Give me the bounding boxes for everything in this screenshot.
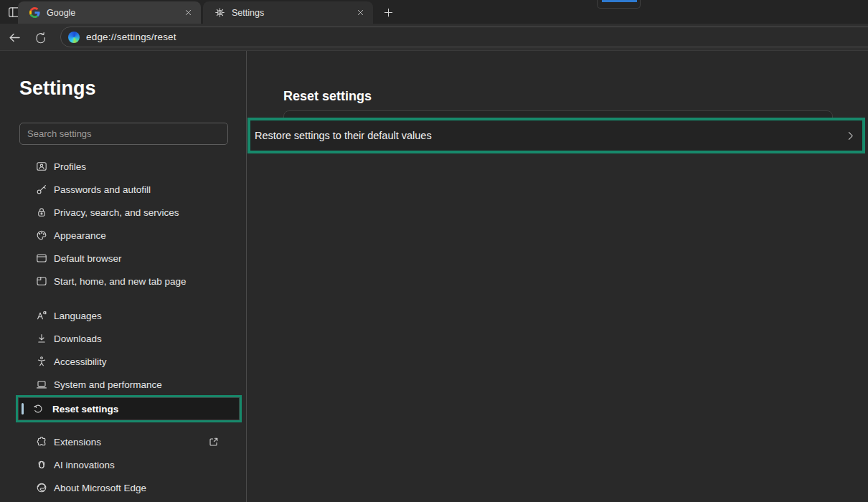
sidebar-item-downloads[interactable]: Downloads	[19, 327, 230, 350]
tab-strip: Google Settings	[0, 0, 868, 24]
gear-icon	[214, 7, 225, 19]
sidebar-item-privacy[interactable]: Privacy, search, and services	[19, 201, 230, 224]
address-bar[interactable]: edge://settings/reset	[60, 27, 868, 47]
restore-settings-row[interactable]: Restore settings to their default values	[250, 120, 862, 151]
sidebar-item-default-browser[interactable]: Default browser	[19, 247, 230, 270]
chevron-right-icon	[845, 131, 856, 141]
back-arrow-icon	[8, 31, 22, 44]
lock-icon	[36, 207, 47, 218]
sidebar-item-start-home-newtab[interactable]: Start, home, and new tab page	[19, 270, 230, 293]
refresh-button[interactable]	[32, 29, 48, 45]
tab-close-button[interactable]	[354, 6, 367, 19]
sidebar-item-ai-innovations[interactable]: AI innovations	[19, 453, 230, 476]
section-heading: Reset settings	[283, 89, 372, 104]
restore-settings-label: Restore settings to their default values	[255, 130, 432, 141]
palette-icon	[36, 229, 47, 241]
sidebar-item-label: Default browser	[54, 253, 122, 264]
sidebar-item-label: AI innovations	[54, 460, 115, 470]
sidebar-item-label: Appearance	[54, 230, 106, 241]
sidebar-item-label: Privacy, search, and services	[54, 207, 179, 218]
laptop-icon	[36, 379, 47, 390]
page-title: Settings	[19, 77, 96, 100]
sidebar-item-reset-settings[interactable]: Reset settings	[19, 398, 239, 420]
sidebar-item-label: Extensions	[54, 437, 101, 447]
new-tab-button[interactable]	[380, 4, 396, 20]
sidebar-item-extensions[interactable]: Extensions	[19, 430, 230, 453]
back-button[interactable]	[6, 29, 22, 45]
url-text: edge://settings/reset	[86, 32, 176, 42]
refresh-icon	[34, 32, 47, 44]
sidebar-item-label: Passwords and autofill	[54, 184, 151, 195]
sidebar-item-label: Start, home, and new tab page	[54, 276, 187, 287]
external-link-icon	[208, 436, 220, 447]
close-icon	[356, 8, 365, 17]
tab-title: Settings	[232, 8, 354, 18]
sidebar-item-label: Reset settings	[52, 404, 118, 415]
tab-settings[interactable]: Settings	[203, 1, 373, 24]
annotation-box: Reset settings	[16, 395, 242, 422]
sidebar-item-label: System and performance	[54, 379, 162, 390]
copilot-icon	[36, 459, 47, 470]
new-tab-page-icon	[36, 275, 47, 287]
browser-window-icon	[36, 252, 47, 264]
sidebar-item-accessibility[interactable]: Accessibility	[19, 350, 230, 373]
plus-icon	[383, 7, 394, 18]
sidebar-item-passwords[interactable]: Passwords and autofill	[19, 178, 230, 201]
sidebar-item-label: Profiles	[54, 161, 86, 172]
sidebar-item-languages[interactable]: Languages	[19, 304, 230, 327]
key-icon	[36, 184, 47, 195]
edge-logo-icon	[68, 32, 80, 43]
sidebar-item-system-performance[interactable]: System and performance	[19, 373, 230, 396]
annotation-box: Restore settings to their default values	[247, 118, 865, 153]
puzzle-icon	[36, 436, 47, 447]
languages-icon	[36, 310, 47, 321]
tab-google[interactable]: Google	[18, 1, 201, 24]
selection-indicator	[22, 403, 24, 415]
sidebar-item-label: Downloads	[54, 333, 102, 344]
browser-toolbar: edge://settings/reset	[0, 24, 868, 50]
profiles-icon	[36, 161, 47, 172]
sidebar-item-label: Accessibility	[54, 356, 107, 367]
sidebar-item-label: About Microsoft Edge	[54, 483, 146, 493]
search-input[interactable]	[19, 123, 228, 145]
sidebar-item-appearance[interactable]: Appearance	[19, 224, 230, 247]
sidebar-item-label: Languages	[54, 311, 102, 321]
sidebar-divider	[246, 51, 247, 502]
sidebar-item-profiles[interactable]: Profiles	[19, 155, 230, 178]
close-icon	[184, 8, 193, 17]
background-window-accent-line	[602, 0, 637, 2]
sidebar-item-about-edge[interactable]: About Microsoft Edge	[19, 476, 230, 499]
edge-logo-icon	[36, 482, 47, 493]
accessibility-icon	[36, 356, 47, 367]
google-g-icon	[29, 7, 40, 19]
tab-close-button[interactable]	[181, 6, 194, 19]
reset-icon	[32, 403, 44, 415]
settings-page: Settings Profiles Passwords and autofill…	[0, 51, 868, 502]
edge-browser-window: { "browser": { "tabs": [ { "title": "Goo…	[0, 0, 868, 502]
tab-title: Google	[47, 8, 181, 18]
download-icon	[36, 333, 47, 344]
